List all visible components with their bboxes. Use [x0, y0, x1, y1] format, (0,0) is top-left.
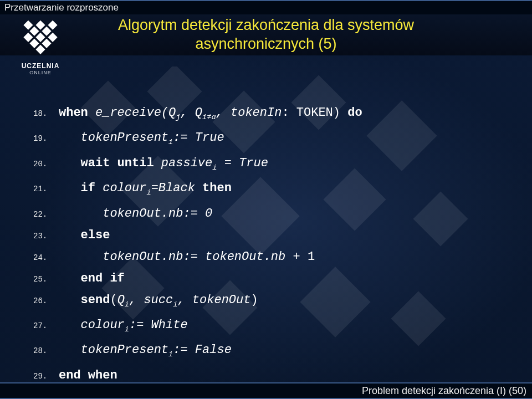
- line-content: tokenPresenti:= True: [59, 127, 224, 152]
- svg-rect-22: [23, 21, 33, 30]
- svg-rect-18: [42, 39, 51, 48]
- code-line: 26. send(Qi, succi, tokenOut): [33, 290, 510, 315]
- top-bar: Przetwarzanie rozproszone: [0, 0, 532, 14]
- title-band: Algorytm detekcji zakończenia dla system…: [0, 14, 532, 55]
- svg-rect-16: [29, 27, 39, 36]
- footer-text: Problem detekcji zakończenia (I) (50): [362, 385, 526, 397]
- line-content: when e_receive(Qj, Qi≠α, tokenIn: TOKEN)…: [59, 103, 362, 127]
- svg-rect-13: [35, 21, 45, 30]
- svg-rect-21: [35, 45, 45, 54]
- line-number: 23.: [33, 226, 59, 247]
- line-content: else: [59, 225, 110, 246]
- code-line: 21. if colouri=Black then: [33, 178, 510, 203]
- code-line: 18.when e_receive(Qj, Qi≠α, tokenIn: TOK…: [33, 103, 510, 127]
- line-number: 22.: [33, 204, 59, 225]
- line-content: colouri:= White: [59, 315, 188, 340]
- logo: UCZELNIA ONLINE: [10, 16, 71, 75]
- svg-rect-15: [48, 33, 57, 42]
- svg-rect-23: [48, 21, 57, 30]
- code-line: 23. else: [33, 225, 510, 247]
- code-line: 27. colouri:= White: [33, 315, 510, 340]
- svg-rect-14: [42, 27, 51, 36]
- line-content: tokenOut.nb:= tokenOut.nb + 1: [59, 247, 315, 268]
- line-number: 28.: [33, 340, 59, 361]
- line-number: 18.: [33, 103, 59, 124]
- line-content: wait until passivei = True: [59, 153, 268, 178]
- line-number: 25.: [33, 269, 59, 290]
- code-line: 19. tokenPresenti:= True: [33, 127, 510, 152]
- line-number: 24.: [33, 247, 59, 268]
- line-number: 19.: [33, 128, 59, 149]
- svg-rect-19: [23, 33, 33, 42]
- course-name: Przetwarzanie rozproszone: [4, 2, 119, 13]
- logo-text-line2: ONLINE: [29, 70, 52, 75]
- logo-text-line1: UCZELNIA: [22, 62, 60, 70]
- diamond-logo-icon: [15, 16, 66, 61]
- pseudocode-block: 18.when e_receive(Qj, Qi≠α, tokenIn: TOK…: [33, 103, 510, 387]
- code-line: 22. tokenOut.nb:= 0: [33, 203, 510, 225]
- line-content: tokenPresenti:= False: [59, 340, 232, 365]
- code-line: 28. tokenPresenti:= False: [33, 340, 510, 365]
- line-content: if colouri=Black then: [59, 178, 232, 203]
- line-content: tokenOut.nb:= 0: [59, 203, 212, 224]
- code-line: 24. tokenOut.nb:= tokenOut.nb + 1: [33, 247, 510, 268]
- line-number: 20.: [33, 154, 59, 175]
- code-line: 25. end if: [33, 268, 510, 290]
- footer-bar: Problem detekcji zakończenia (I) (50): [0, 382, 532, 399]
- line-number: 21.: [33, 178, 59, 200]
- slide: Przetwarzanie rozproszone Algorytm detek…: [0, 0, 532, 399]
- line-content: end if: [59, 268, 125, 289]
- line-content: send(Qi, succi, tokenOut): [59, 290, 258, 315]
- line-number: 27.: [33, 315, 59, 336]
- svg-rect-17: [35, 33, 45, 42]
- code-line: 20. wait until passivei = True: [33, 153, 510, 178]
- svg-rect-20: [29, 39, 39, 48]
- slide-title: Algorytm detekcji zakończenia dla system…: [61, 16, 471, 54]
- line-number: 26.: [33, 290, 59, 311]
